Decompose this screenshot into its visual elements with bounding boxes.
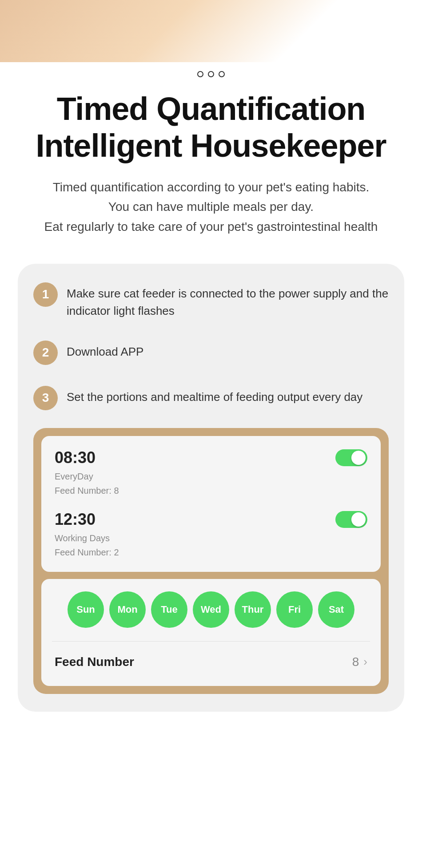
meal-1-time: 08:30 bbox=[55, 448, 96, 467]
main-title: Timed Quantification Intelligent Houseke… bbox=[18, 91, 404, 164]
subtitle-line2: You can have multiple meals per day. bbox=[108, 200, 314, 214]
dot-2 bbox=[208, 71, 214, 77]
main-card: 1 Make sure cat feeder is connected to t… bbox=[18, 264, 404, 712]
step-item-3: 3 Set the portions and mealtime of feedi… bbox=[33, 385, 389, 410]
meal-2-time: 12:30 bbox=[55, 510, 96, 529]
title-line1: Timed Quantification bbox=[57, 91, 366, 127]
meal-1-repeat: EveryDay bbox=[55, 472, 93, 481]
feed-number-value: 8 › bbox=[352, 655, 367, 669]
page-dots bbox=[0, 62, 422, 91]
meal-2-toggle[interactable] bbox=[335, 511, 367, 528]
step-item-2: 2 Download APP bbox=[33, 340, 389, 365]
feed-number-label: Feed Number bbox=[55, 655, 134, 669]
meal-2-header: 12:30 bbox=[55, 510, 367, 529]
day-pill-fri[interactable]: Fri bbox=[276, 591, 313, 628]
feed-number-row[interactable]: Feed Number 8 › bbox=[52, 650, 370, 674]
day-pill-sat[interactable]: Sat bbox=[318, 591, 354, 628]
meal-1-detail: EveryDay Feed Number: 8 bbox=[55, 469, 367, 498]
meal-1-feed: Feed Number: 8 bbox=[55, 486, 119, 495]
meal-2-repeat: Working Days bbox=[55, 533, 110, 543]
chevron-right-icon: › bbox=[363, 655, 367, 669]
day-pill-sun[interactable]: Sun bbox=[68, 591, 104, 628]
meal-1-toggle[interactable] bbox=[335, 449, 367, 466]
dot-1 bbox=[197, 71, 203, 77]
day-pills: Sun Mon Tue Wed Thur Fri Sat bbox=[52, 591, 370, 628]
day-pill-wed[interactable]: Wed bbox=[193, 591, 229, 628]
headline-section: Timed Quantification Intelligent Houseke… bbox=[0, 91, 422, 250]
meal-entry-1: 08:30 EveryDay Feed Number: 8 bbox=[55, 448, 367, 498]
title-line2: Intelligent Housekeeper bbox=[36, 128, 386, 163]
step-text-3: Set the portions and mealtime of feeding… bbox=[67, 385, 362, 406]
subtitle: Timed quantification according to your p… bbox=[18, 178, 404, 237]
day-pill-tue[interactable]: Tue bbox=[151, 591, 187, 628]
hero-image bbox=[0, 0, 422, 62]
day-pill-mon[interactable]: Mon bbox=[109, 591, 146, 628]
steps-list: 1 Make sure cat feeder is connected to t… bbox=[33, 281, 389, 410]
meal-1-header: 08:30 bbox=[55, 448, 367, 467]
step-text-1: Make sure cat feeder is connected to the… bbox=[67, 281, 389, 320]
meal-2-detail: Working Days Feed Number: 2 bbox=[55, 531, 367, 559]
dot-3 bbox=[219, 71, 225, 77]
feed-number-count: 8 bbox=[352, 655, 359, 669]
meal-entry-2: 12:30 Working Days Feed Number: 2 bbox=[55, 510, 367, 559]
subtitle-line3: Eat regularly to take care of your pet's… bbox=[44, 220, 378, 234]
step-number-3: 3 bbox=[33, 386, 58, 410]
meal-2-feed: Feed Number: 2 bbox=[55, 547, 119, 557]
subtitle-line1: Timed quantification according to your p… bbox=[53, 180, 370, 194]
step-number-1: 1 bbox=[33, 282, 58, 307]
step-number-2: 2 bbox=[33, 341, 58, 365]
step-text-2: Download APP bbox=[67, 340, 143, 361]
step-item-1: 1 Make sure cat feeder is connected to t… bbox=[33, 281, 389, 320]
divider bbox=[52, 641, 370, 642]
schedule-outer: 08:30 EveryDay Feed Number: 8 12:30 Work… bbox=[33, 428, 389, 694]
day-pill-thur[interactable]: Thur bbox=[235, 591, 271, 628]
meal-cards: 08:30 EveryDay Feed Number: 8 12:30 Work… bbox=[41, 436, 381, 572]
day-selector-card: Sun Mon Tue Wed Thur Fri Sat bbox=[41, 579, 381, 686]
